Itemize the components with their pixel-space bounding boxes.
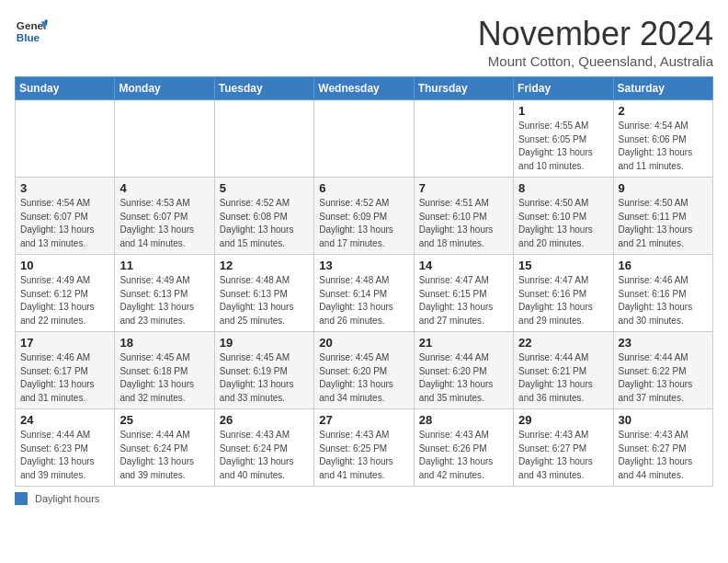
calendar-cell: 13Sunrise: 4:48 AM Sunset: 6:14 PM Dayli… bbox=[314, 255, 414, 332]
day-info: Sunrise: 4:44 AM Sunset: 6:23 PM Dayligh… bbox=[20, 429, 109, 482]
day-info: Sunrise: 4:52 AM Sunset: 6:09 PM Dayligh… bbox=[319, 197, 408, 250]
day-number: 19 bbox=[220, 336, 309, 350]
day-info: Sunrise: 4:43 AM Sunset: 6:26 PM Dayligh… bbox=[419, 429, 508, 482]
calendar-week-4: 17Sunrise: 4:46 AM Sunset: 6:17 PM Dayli… bbox=[16, 332, 713, 409]
calendar-cell: 9Sunrise: 4:50 AM Sunset: 6:11 PM Daylig… bbox=[613, 178, 712, 255]
day-info: Sunrise: 4:47 AM Sunset: 6:16 PM Dayligh… bbox=[518, 274, 608, 327]
day-info: Sunrise: 4:43 AM Sunset: 6:24 PM Dayligh… bbox=[220, 429, 309, 482]
day-number: 23 bbox=[619, 336, 708, 350]
calendar-cell: 26Sunrise: 4:43 AM Sunset: 6:24 PM Dayli… bbox=[214, 409, 313, 487]
day-info: Sunrise: 4:45 AM Sunset: 6:18 PM Dayligh… bbox=[119, 351, 209, 405]
calendar-cell: 14Sunrise: 4:47 AM Sunset: 6:15 PM Dayli… bbox=[414, 255, 513, 332]
day-info: Sunrise: 4:48 AM Sunset: 6:13 PM Dayligh… bbox=[220, 274, 309, 327]
calendar-week-1: 1Sunrise: 4:55 AM Sunset: 6:05 PM Daylig… bbox=[16, 100, 713, 178]
day-number: 24 bbox=[20, 413, 109, 427]
day-info: Sunrise: 4:46 AM Sunset: 6:16 PM Dayligh… bbox=[619, 274, 708, 327]
day-number: 30 bbox=[619, 413, 708, 427]
calendar-week-2: 3Sunrise: 4:54 AM Sunset: 6:07 PM Daylig… bbox=[16, 178, 713, 255]
calendar-cell: 16Sunrise: 4:46 AM Sunset: 6:16 PM Dayli… bbox=[613, 255, 712, 332]
day-info: Sunrise: 4:44 AM Sunset: 6:20 PM Dayligh… bbox=[419, 351, 508, 405]
day-info: Sunrise: 4:53 AM Sunset: 6:07 PM Dayligh… bbox=[119, 197, 209, 250]
calendar-week-3: 10Sunrise: 4:49 AM Sunset: 6:12 PM Dayli… bbox=[16, 255, 713, 332]
header-cell-tuesday: Tuesday bbox=[214, 77, 313, 100]
calendar-cell: 15Sunrise: 4:47 AM Sunset: 6:16 PM Dayli… bbox=[514, 255, 613, 332]
logo: General Blue bbox=[15, 15, 48, 48]
calendar-cell: 21Sunrise: 4:44 AM Sunset: 6:20 PM Dayli… bbox=[414, 332, 513, 409]
calendar-cell: 12Sunrise: 4:48 AM Sunset: 6:13 PM Dayli… bbox=[214, 255, 313, 332]
calendar-cell: 29Sunrise: 4:43 AM Sunset: 6:27 PM Dayli… bbox=[514, 409, 613, 487]
location-subtitle: Mount Cotton, Queensland, Australia bbox=[478, 53, 713, 69]
header-cell-sunday: Sunday bbox=[16, 77, 115, 100]
header-cell-thursday: Thursday bbox=[414, 77, 513, 100]
day-info: Sunrise: 4:48 AM Sunset: 6:14 PM Dayligh… bbox=[319, 274, 408, 327]
day-info: Sunrise: 4:52 AM Sunset: 6:08 PM Dayligh… bbox=[220, 197, 309, 250]
day-info: Sunrise: 4:43 AM Sunset: 6:27 PM Dayligh… bbox=[619, 429, 708, 482]
calendar-cell: 18Sunrise: 4:45 AM Sunset: 6:18 PM Dayli… bbox=[115, 332, 214, 409]
day-info: Sunrise: 4:55 AM Sunset: 6:05 PM Dayligh… bbox=[518, 120, 608, 173]
calendar-cell: 23Sunrise: 4:44 AM Sunset: 6:22 PM Dayli… bbox=[613, 332, 712, 409]
header: General Blue November 2024 Mount Cotton,… bbox=[15, 15, 713, 69]
logo-icon: General Blue bbox=[15, 15, 48, 48]
day-number: 5 bbox=[220, 181, 309, 195]
svg-text:Blue: Blue bbox=[17, 31, 40, 43]
day-number: 4 bbox=[119, 181, 209, 195]
day-info: Sunrise: 4:54 AM Sunset: 6:07 PM Dayligh… bbox=[20, 197, 109, 250]
daylight-color-box bbox=[15, 492, 28, 505]
day-number: 6 bbox=[319, 181, 408, 195]
calendar-cell: 20Sunrise: 4:45 AM Sunset: 6:20 PM Dayli… bbox=[314, 332, 414, 409]
calendar-cell: 27Sunrise: 4:43 AM Sunset: 6:25 PM Dayli… bbox=[314, 409, 414, 487]
day-number: 14 bbox=[419, 259, 508, 272]
day-number: 16 bbox=[619, 259, 708, 272]
day-number: 2 bbox=[619, 104, 708, 118]
day-info: Sunrise: 4:47 AM Sunset: 6:15 PM Dayligh… bbox=[419, 274, 508, 327]
calendar-table: SundayMondayTuesdayWednesdayThursdayFrid… bbox=[15, 76, 713, 487]
calendar-week-5: 24Sunrise: 4:44 AM Sunset: 6:23 PM Dayli… bbox=[16, 409, 713, 487]
calendar-cell: 4Sunrise: 4:53 AM Sunset: 6:07 PM Daylig… bbox=[115, 178, 214, 255]
calendar-cell: 11Sunrise: 4:49 AM Sunset: 6:13 PM Dayli… bbox=[115, 255, 214, 332]
day-number: 12 bbox=[220, 259, 309, 272]
day-info: Sunrise: 4:43 AM Sunset: 6:25 PM Dayligh… bbox=[319, 429, 408, 482]
calendar-cell bbox=[16, 100, 115, 178]
calendar-cell: 19Sunrise: 4:45 AM Sunset: 6:19 PM Dayli… bbox=[214, 332, 313, 409]
calendar-cell: 8Sunrise: 4:50 AM Sunset: 6:10 PM Daylig… bbox=[514, 178, 613, 255]
footer: Daylight hours bbox=[15, 492, 713, 505]
day-number: 27 bbox=[319, 413, 408, 427]
day-number: 20 bbox=[319, 336, 408, 350]
calendar-cell: 3Sunrise: 4:54 AM Sunset: 6:07 PM Daylig… bbox=[16, 178, 115, 255]
daylight-label: Daylight hours bbox=[35, 493, 99, 504]
day-number: 15 bbox=[518, 259, 608, 272]
day-number: 8 bbox=[518, 181, 608, 195]
calendar-cell: 30Sunrise: 4:43 AM Sunset: 6:27 PM Dayli… bbox=[613, 409, 712, 487]
calendar-cell: 22Sunrise: 4:44 AM Sunset: 6:21 PM Dayli… bbox=[514, 332, 613, 409]
day-info: Sunrise: 4:45 AM Sunset: 6:20 PM Dayligh… bbox=[319, 351, 408, 405]
day-number: 9 bbox=[619, 181, 708, 195]
calendar-cell: 5Sunrise: 4:52 AM Sunset: 6:08 PM Daylig… bbox=[214, 178, 313, 255]
day-number: 28 bbox=[419, 413, 508, 427]
title-area: November 2024 Mount Cotton, Queensland, … bbox=[478, 15, 713, 69]
day-number: 7 bbox=[419, 181, 508, 195]
day-number: 25 bbox=[119, 413, 209, 427]
day-info: Sunrise: 4:46 AM Sunset: 6:17 PM Dayligh… bbox=[20, 351, 109, 405]
day-number: 26 bbox=[220, 413, 309, 427]
calendar-cell: 24Sunrise: 4:44 AM Sunset: 6:23 PM Dayli… bbox=[16, 409, 115, 487]
calendar-body: 1Sunrise: 4:55 AM Sunset: 6:05 PM Daylig… bbox=[16, 100, 713, 487]
calendar-cell: 25Sunrise: 4:44 AM Sunset: 6:24 PM Dayli… bbox=[115, 409, 214, 487]
calendar-cell: 17Sunrise: 4:46 AM Sunset: 6:17 PM Dayli… bbox=[16, 332, 115, 409]
day-info: Sunrise: 4:50 AM Sunset: 6:10 PM Dayligh… bbox=[518, 197, 608, 250]
calendar-cell bbox=[115, 100, 214, 178]
calendar-cell bbox=[414, 100, 513, 178]
day-number: 18 bbox=[119, 336, 209, 350]
month-title: November 2024 bbox=[478, 15, 713, 53]
day-number: 21 bbox=[419, 336, 508, 350]
day-info: Sunrise: 4:50 AM Sunset: 6:11 PM Dayligh… bbox=[619, 197, 708, 250]
header-cell-saturday: Saturday bbox=[613, 77, 712, 100]
day-number: 17 bbox=[20, 336, 109, 350]
day-info: Sunrise: 4:45 AM Sunset: 6:19 PM Dayligh… bbox=[220, 351, 309, 405]
day-info: Sunrise: 4:51 AM Sunset: 6:10 PM Dayligh… bbox=[419, 197, 508, 250]
header-cell-monday: Monday bbox=[115, 77, 214, 100]
calendar-cell: 28Sunrise: 4:43 AM Sunset: 6:26 PM Dayli… bbox=[414, 409, 513, 487]
calendar-cell bbox=[214, 100, 313, 178]
day-info: Sunrise: 4:43 AM Sunset: 6:27 PM Dayligh… bbox=[518, 429, 608, 482]
day-number: 29 bbox=[518, 413, 608, 427]
calendar-cell: 6Sunrise: 4:52 AM Sunset: 6:09 PM Daylig… bbox=[314, 178, 414, 255]
